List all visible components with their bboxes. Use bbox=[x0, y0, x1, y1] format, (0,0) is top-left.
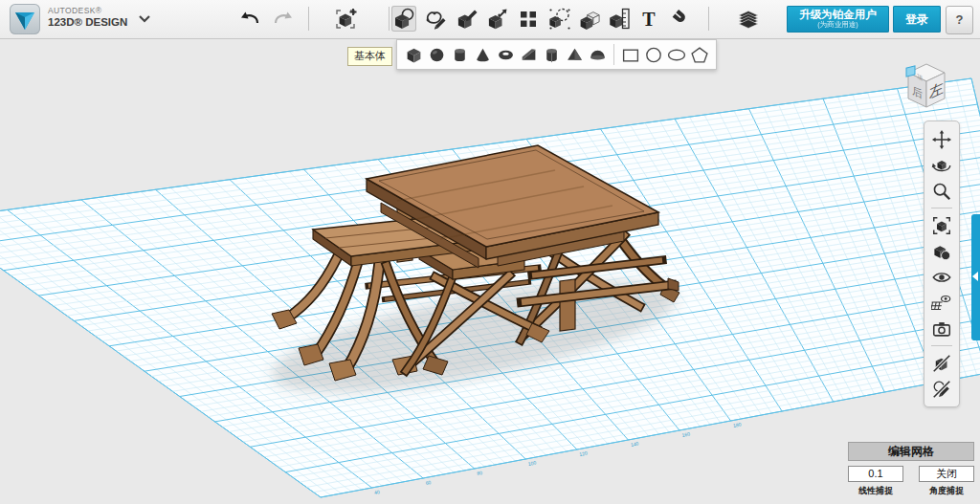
insert-model-button[interactable] bbox=[333, 6, 358, 32]
text-tool-button[interactable]: T bbox=[636, 6, 661, 32]
brand-line2: 123D® DESIGN bbox=[48, 16, 127, 29]
menu-chevron-icon[interactable] bbox=[138, 14, 151, 24]
shading-button[interactable] bbox=[929, 239, 954, 264]
material-browser-button[interactable] bbox=[736, 6, 761, 32]
view-cube[interactable]: 顶 后 左 bbox=[899, 57, 954, 119]
app-window: 406080100120140160180 bbox=[0, 0, 980, 504]
upgrade-label: 升级为铂金用户 bbox=[787, 8, 889, 21]
primitives-button[interactable] bbox=[391, 6, 416, 32]
cone-primitive-icon[interactable] bbox=[471, 42, 494, 67]
ellipse-sketch-icon[interactable] bbox=[665, 42, 688, 67]
help-button[interactable]: ? bbox=[946, 6, 973, 34]
linear-snap-label: 线性捕捉 bbox=[848, 485, 903, 497]
upgrade-sublabel: (为商业用途) bbox=[787, 21, 889, 29]
modify-button[interactable] bbox=[485, 6, 510, 32]
construct-button[interactable] bbox=[455, 6, 479, 32]
hide-sketches-button[interactable] bbox=[929, 377, 954, 402]
torus-primitive-icon[interactable] bbox=[494, 42, 517, 67]
visibility-button[interactable] bbox=[929, 265, 954, 290]
toolbar-separator bbox=[308, 7, 309, 31]
fit-view-button[interactable] bbox=[929, 213, 954, 238]
svg-text:T: T bbox=[642, 8, 656, 29]
pyramid-primitive-icon[interactable] bbox=[563, 42, 586, 67]
primitives-tooltip: 基本体 bbox=[347, 47, 392, 66]
combine-button[interactable] bbox=[578, 6, 603, 32]
view-cube-corner-highlight[interactable] bbox=[906, 66, 915, 77]
box-primitive-icon[interactable] bbox=[402, 42, 425, 67]
angle-snap-label: 角度捕捉 bbox=[919, 485, 974, 497]
toolbar-separator bbox=[708, 7, 709, 31]
prism-primitive-icon[interactable] bbox=[540, 42, 563, 67]
hemisphere-primitive-icon[interactable] bbox=[586, 42, 609, 67]
zoom-button[interactable] bbox=[929, 179, 954, 204]
undo-button[interactable] bbox=[237, 6, 262, 32]
linear-snap-input[interactable]: 0.1 bbox=[848, 466, 903, 482]
circle-sketch-icon[interactable] bbox=[642, 42, 665, 67]
rail-separator bbox=[931, 345, 952, 346]
pattern-button[interactable] bbox=[516, 6, 541, 32]
cylinder-primitive-icon[interactable] bbox=[448, 42, 471, 67]
upgrade-button[interactable]: 升级为铂金用户 (为商业用途) bbox=[787, 6, 889, 33]
group-button[interactable] bbox=[547, 6, 572, 32]
hide-solids-button[interactable] bbox=[929, 351, 954, 376]
wedge-primitive-icon[interactable] bbox=[517, 42, 540, 67]
toolbar-separator bbox=[389, 7, 390, 31]
redo-button[interactable] bbox=[271, 6, 296, 32]
login-label: 登录 bbox=[893, 6, 941, 33]
angle-snap-input[interactable]: 关闭 bbox=[919, 466, 974, 482]
show-grid-button[interactable] bbox=[929, 291, 954, 316]
model-table[interactable] bbox=[0, 0, 980, 504]
pan-button[interactable] bbox=[929, 127, 954, 152]
rectangle-sketch-icon[interactable] bbox=[619, 42, 642, 67]
screenshot-button[interactable] bbox=[929, 317, 954, 341]
snap-button[interactable] bbox=[669, 6, 694, 32]
brand-text: AUTODESK® 123D® DESIGN bbox=[48, 7, 127, 29]
login-button[interactable]: 登录 bbox=[893, 6, 941, 33]
primitives-bar bbox=[396, 39, 717, 70]
shapebar-separator bbox=[613, 44, 614, 65]
edit-grid-title: 编辑网格 bbox=[848, 442, 974, 461]
sphere-primitive-icon[interactable] bbox=[425, 42, 448, 67]
edit-grid-panel: 编辑网格 0.1 关闭 线性捕捉 角度捕捉 bbox=[848, 442, 974, 497]
panel-expand-tab[interactable] bbox=[971, 214, 980, 340]
polygon-sketch-icon[interactable] bbox=[688, 42, 711, 67]
app-logo-icon[interactable] bbox=[10, 4, 40, 34]
brand-line1: AUTODESK® bbox=[48, 7, 127, 16]
main-toolbar: AUTODESK® 123D® DESIGN bbox=[0, 0, 980, 39]
measure-button[interactable] bbox=[608, 6, 633, 32]
sketch-button[interactable] bbox=[423, 6, 448, 32]
orbit-button[interactable] bbox=[929, 153, 954, 178]
rail-separator bbox=[931, 208, 952, 208]
view-toolbar bbox=[924, 121, 960, 407]
